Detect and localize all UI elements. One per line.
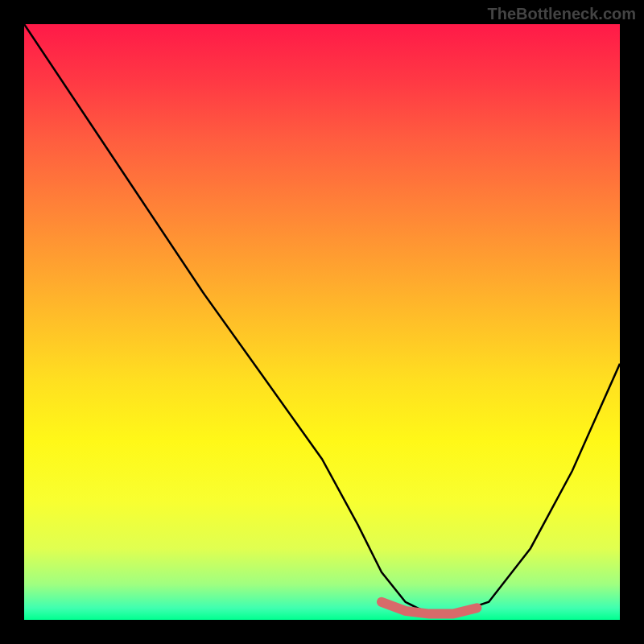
plot-gradient-area (24, 24, 620, 620)
watermark-text: TheBottleneck.com (488, 5, 636, 23)
highlight-segment (382, 602, 477, 614)
chart-svg (24, 24, 620, 620)
bottleneck-curve (24, 24, 620, 614)
